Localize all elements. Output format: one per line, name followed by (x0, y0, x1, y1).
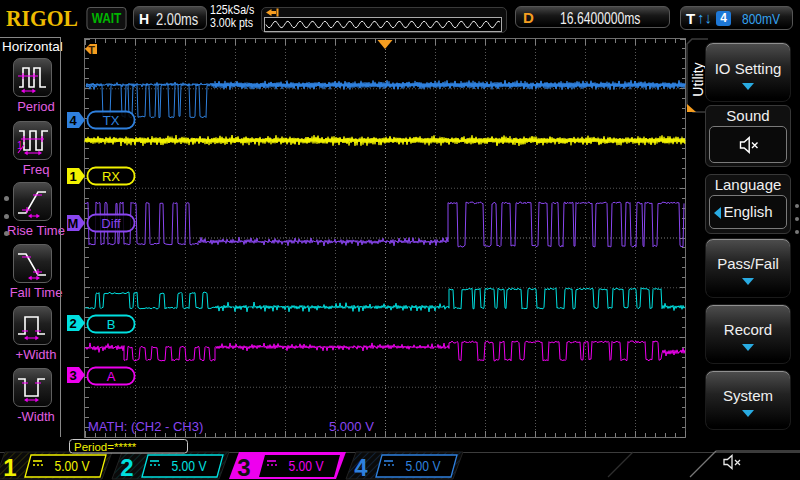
svg-text:1: 1 (3, 454, 16, 480)
svg-text:2: 2 (120, 454, 133, 480)
svg-text:3: 3 (237, 454, 250, 480)
svg-text:Period=*****: Period=***** (74, 441, 137, 453)
svg-text:5.00 V: 5.00 V (172, 458, 207, 474)
svg-text:5.00 V: 5.00 V (289, 458, 324, 474)
svg-text:5.00 V: 5.00 V (406, 458, 441, 474)
svg-text:4: 4 (354, 454, 368, 480)
svg-text:5.00 V: 5.00 V (55, 458, 90, 474)
